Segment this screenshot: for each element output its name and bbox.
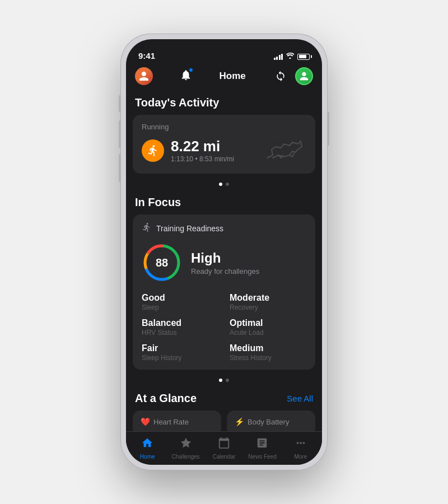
metric-sleep-label: Sleep — [142, 304, 218, 311]
notification-dot — [189, 68, 193, 72]
focus-page-dots — [126, 374, 322, 384]
more-icon — [295, 437, 307, 452]
readiness-level: High — [191, 250, 259, 266]
metric-hrv: Balanced HRV Status — [142, 318, 218, 337]
running-stats-row: 8.22 mi 1:13:10 • 8:53 min/mi — [142, 136, 306, 166]
calendar-icon — [218, 437, 230, 452]
activity-page-dots — [126, 178, 322, 188]
run-metrics: 8.22 mi 1:13:10 • 8:53 min/mi — [171, 138, 234, 164]
page-title: Home — [220, 71, 246, 82]
run-activity-icon — [142, 139, 164, 162]
sync-button[interactable] — [273, 68, 288, 84]
metrics-grid: Good Sleep Moderate Recovery Balanced HR… — [142, 293, 306, 362]
signal-icon — [274, 54, 283, 60]
tab-news-feed[interactable]: News Feed — [243, 433, 281, 463]
readiness-row: 88 High Ready for challenges — [142, 242, 306, 283]
glance-cards-row: ❤️ Heart Rate ⚡ Body Battery — [126, 410, 322, 431]
news-feed-icon — [256, 437, 268, 452]
heart-rate-icon: ❤️ — [141, 417, 150, 426]
volume-up-button — [119, 120, 121, 148]
readiness-sublabel: Ready for challenges — [191, 267, 259, 276]
heart-rate-header: ❤️ Heart Rate — [141, 417, 213, 426]
user-avatar[interactable] — [135, 67, 153, 85]
metric-stress-history: Medium Stress History — [230, 343, 306, 362]
metric-recovery-value: Moderate — [230, 293, 306, 303]
metric-hrv-label: HRV Status — [142, 329, 218, 337]
metric-sleep-history: Fair Sleep History — [142, 343, 218, 362]
body-battery-card[interactable]: ⚡ Body Battery — [227, 410, 315, 431]
status-time: 9:41 — [138, 51, 155, 60]
glance-section-title: At a Glance — [135, 392, 197, 405]
header-actions — [273, 67, 313, 85]
tab-home-label: Home — [140, 454, 155, 460]
main-content[interactable]: Today's Activity Running 8.22 mi — [126, 88, 322, 431]
metric-stress-value: Medium — [230, 343, 306, 353]
dot-1 — [219, 183, 222, 186]
tab-challenges-label: Challenges — [172, 454, 200, 460]
tab-calendar-label: Calendar — [213, 454, 236, 460]
tab-more-label: More — [294, 454, 307, 460]
running-card[interactable]: Running 8.22 mi 1:13:10 • — [133, 115, 315, 174]
tab-more[interactable]: More — [282, 433, 320, 463]
mute-button — [119, 95, 121, 112]
gauge-score: 88 — [156, 256, 168, 269]
status-icons — [274, 53, 310, 60]
tab-newsfeed-label: News Feed — [248, 454, 277, 460]
metric-recovery: Moderate Recovery — [230, 293, 306, 311]
focus-dot-1 — [219, 379, 222, 382]
app-header: Home — [126, 64, 322, 88]
training-readiness-card[interactable]: Training Readiness — [133, 214, 315, 370]
training-readiness-label: Training Readiness — [156, 224, 223, 233]
metric-sleep: Good Sleep — [142, 293, 218, 311]
metric-acute-label: Acute Load — [230, 329, 306, 337]
metric-sleep-value: Good — [142, 293, 218, 303]
metric-recovery-label: Recovery — [230, 304, 306, 311]
see-all-button[interactable]: See All — [287, 394, 313, 403]
metric-stress-label: Stress History — [230, 354, 306, 362]
focus-section-title: In Focus — [126, 188, 322, 214]
phone-screen: 9:41 — [126, 39, 322, 465]
heart-rate-title: Heart Rate — [153, 418, 189, 426]
challenges-icon — [180, 437, 192, 452]
focus-dot-2 — [226, 379, 229, 382]
training-icon — [142, 222, 152, 235]
tab-challenges[interactable]: Challenges — [166, 433, 204, 463]
body-battery-title: Body Battery — [248, 418, 289, 426]
running-left-section: 8.22 mi 1:13:10 • 8:53 min/mi — [142, 138, 234, 164]
profile-avatar[interactable] — [295, 67, 313, 85]
battery-fill — [299, 55, 307, 58]
body-battery-icon: ⚡ — [235, 417, 244, 426]
battery-icon — [297, 54, 310, 60]
volume-down-button — [119, 154, 121, 182]
heart-rate-card[interactable]: ❤️ Heart Rate — [133, 410, 221, 431]
metric-acute-load: Optimal Acute Load — [230, 318, 306, 337]
metric-hrv-value: Balanced — [142, 318, 218, 328]
activity-type-label: Running — [142, 123, 306, 131]
readiness-gauge: 88 — [142, 242, 182, 283]
tab-bar: Home Challenges Calendar — [126, 431, 322, 465]
activity-section-title: Today's Activity — [126, 88, 322, 115]
focus-card-header: Training Readiness — [142, 222, 306, 235]
body-battery-header: ⚡ Body Battery — [235, 417, 307, 426]
route-map — [262, 136, 306, 166]
notch — [188, 39, 260, 55]
run-time-pace: 1:13:10 • 8:53 min/mi — [171, 155, 234, 163]
readiness-text-section: High Ready for challenges — [191, 250, 259, 276]
glance-header: At a Glance See All — [126, 384, 322, 410]
dot-2 — [226, 183, 229, 186]
notifications-bell[interactable] — [180, 69, 192, 83]
wifi-icon — [286, 53, 294, 60]
run-distance-value: 8.22 mi — [171, 138, 234, 155]
tab-home[interactable]: Home — [128, 433, 166, 463]
metric-sleep-history-label: Sleep History — [142, 354, 218, 362]
tab-calendar[interactable]: Calendar — [205, 433, 243, 463]
phone-frame: 9:41 — [120, 34, 328, 470]
metric-acute-value: Optimal — [230, 318, 306, 328]
metric-sleep-history-value: Fair — [142, 343, 218, 353]
power-button — [327, 112, 329, 146]
home-icon — [141, 437, 153, 452]
